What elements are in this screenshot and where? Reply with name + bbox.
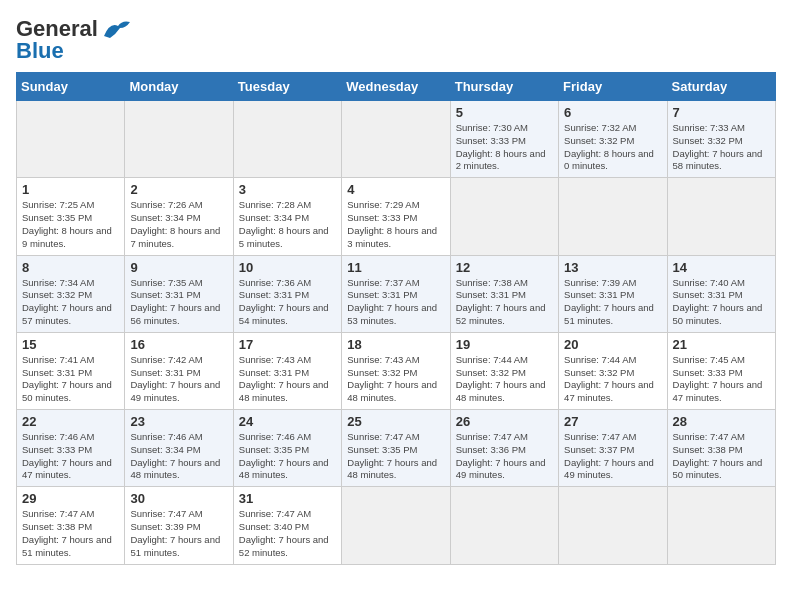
day-info: Sunrise: 7:34 AMSunset: 3:32 PMDaylight:… bbox=[22, 277, 119, 328]
day-number: 10 bbox=[239, 260, 336, 275]
day-info: Sunrise: 7:44 AMSunset: 3:32 PMDaylight:… bbox=[564, 354, 661, 405]
day-number: 17 bbox=[239, 337, 336, 352]
day-cell bbox=[667, 487, 775, 564]
day-number: 7 bbox=[673, 105, 770, 120]
day-cell bbox=[450, 487, 558, 564]
day-number: 8 bbox=[22, 260, 119, 275]
day-number: 27 bbox=[564, 414, 661, 429]
day-number: 20 bbox=[564, 337, 661, 352]
day-number: 5 bbox=[456, 105, 553, 120]
day-cell: 26Sunrise: 7:47 AMSunset: 3:36 PMDayligh… bbox=[450, 410, 558, 487]
day-cell: 17Sunrise: 7:43 AMSunset: 3:31 PMDayligh… bbox=[233, 332, 341, 409]
day-cell: 28Sunrise: 7:47 AMSunset: 3:38 PMDayligh… bbox=[667, 410, 775, 487]
day-number: 18 bbox=[347, 337, 444, 352]
day-cell: 7Sunrise: 7:33 AMSunset: 3:32 PMDaylight… bbox=[667, 101, 775, 178]
day-info: Sunrise: 7:43 AMSunset: 3:31 PMDaylight:… bbox=[239, 354, 336, 405]
day-cell: 15Sunrise: 7:41 AMSunset: 3:31 PMDayligh… bbox=[17, 332, 125, 409]
day-info: Sunrise: 7:47 AMSunset: 3:37 PMDaylight:… bbox=[564, 431, 661, 482]
day-cell: 25Sunrise: 7:47 AMSunset: 3:35 PMDayligh… bbox=[342, 410, 450, 487]
header-cell-saturday: Saturday bbox=[667, 73, 775, 101]
day-cell: 6Sunrise: 7:32 AMSunset: 3:32 PMDaylight… bbox=[559, 101, 667, 178]
day-cell bbox=[342, 487, 450, 564]
day-info: Sunrise: 7:42 AMSunset: 3:31 PMDaylight:… bbox=[130, 354, 227, 405]
day-info: Sunrise: 7:35 AMSunset: 3:31 PMDaylight:… bbox=[130, 277, 227, 328]
calendar-table: SundayMondayTuesdayWednesdayThursdayFrid… bbox=[16, 72, 776, 565]
header-cell-sunday: Sunday bbox=[17, 73, 125, 101]
day-number: 15 bbox=[22, 337, 119, 352]
day-info: Sunrise: 7:25 AMSunset: 3:35 PMDaylight:… bbox=[22, 199, 119, 250]
logo-bird-icon bbox=[102, 18, 132, 40]
day-cell: 27Sunrise: 7:47 AMSunset: 3:37 PMDayligh… bbox=[559, 410, 667, 487]
header-cell-friday: Friday bbox=[559, 73, 667, 101]
day-cell: 16Sunrise: 7:42 AMSunset: 3:31 PMDayligh… bbox=[125, 332, 233, 409]
week-row-4: 22Sunrise: 7:46 AMSunset: 3:33 PMDayligh… bbox=[17, 410, 776, 487]
day-number: 4 bbox=[347, 182, 444, 197]
day-number: 31 bbox=[239, 491, 336, 506]
day-cell: 11Sunrise: 7:37 AMSunset: 3:31 PMDayligh… bbox=[342, 255, 450, 332]
day-info: Sunrise: 7:47 AMSunset: 3:36 PMDaylight:… bbox=[456, 431, 553, 482]
day-cell: 8Sunrise: 7:34 AMSunset: 3:32 PMDaylight… bbox=[17, 255, 125, 332]
day-number: 13 bbox=[564, 260, 661, 275]
day-info: Sunrise: 7:46 AMSunset: 3:34 PMDaylight:… bbox=[130, 431, 227, 482]
header-cell-thursday: Thursday bbox=[450, 73, 558, 101]
week-row-5: 29Sunrise: 7:47 AMSunset: 3:38 PMDayligh… bbox=[17, 487, 776, 564]
day-cell: 24Sunrise: 7:46 AMSunset: 3:35 PMDayligh… bbox=[233, 410, 341, 487]
day-number: 26 bbox=[456, 414, 553, 429]
week-row-0: 5Sunrise: 7:30 AMSunset: 3:33 PMDaylight… bbox=[17, 101, 776, 178]
day-cell bbox=[17, 101, 125, 178]
day-number: 23 bbox=[130, 414, 227, 429]
day-cell: 23Sunrise: 7:46 AMSunset: 3:34 PMDayligh… bbox=[125, 410, 233, 487]
day-cell: 31Sunrise: 7:47 AMSunset: 3:40 PMDayligh… bbox=[233, 487, 341, 564]
day-number: 12 bbox=[456, 260, 553, 275]
week-row-2: 8Sunrise: 7:34 AMSunset: 3:32 PMDaylight… bbox=[17, 255, 776, 332]
day-cell bbox=[125, 101, 233, 178]
day-cell: 20Sunrise: 7:44 AMSunset: 3:32 PMDayligh… bbox=[559, 332, 667, 409]
day-cell bbox=[233, 101, 341, 178]
day-number: 25 bbox=[347, 414, 444, 429]
day-info: Sunrise: 7:38 AMSunset: 3:31 PMDaylight:… bbox=[456, 277, 553, 328]
calendar-header: SundayMondayTuesdayWednesdayThursdayFrid… bbox=[17, 73, 776, 101]
day-info: Sunrise: 7:47 AMSunset: 3:35 PMDaylight:… bbox=[347, 431, 444, 482]
day-cell: 12Sunrise: 7:38 AMSunset: 3:31 PMDayligh… bbox=[450, 255, 558, 332]
day-cell: 29Sunrise: 7:47 AMSunset: 3:38 PMDayligh… bbox=[17, 487, 125, 564]
day-info: Sunrise: 7:37 AMSunset: 3:31 PMDaylight:… bbox=[347, 277, 444, 328]
day-cell: 21Sunrise: 7:45 AMSunset: 3:33 PMDayligh… bbox=[667, 332, 775, 409]
day-info: Sunrise: 7:43 AMSunset: 3:32 PMDaylight:… bbox=[347, 354, 444, 405]
day-info: Sunrise: 7:39 AMSunset: 3:31 PMDaylight:… bbox=[564, 277, 661, 328]
day-cell bbox=[559, 178, 667, 255]
day-info: Sunrise: 7:47 AMSunset: 3:39 PMDaylight:… bbox=[130, 508, 227, 559]
calendar-body: 5Sunrise: 7:30 AMSunset: 3:33 PMDaylight… bbox=[17, 101, 776, 565]
day-info: Sunrise: 7:32 AMSunset: 3:32 PMDaylight:… bbox=[564, 122, 661, 173]
day-number: 6 bbox=[564, 105, 661, 120]
header-cell-tuesday: Tuesday bbox=[233, 73, 341, 101]
day-number: 22 bbox=[22, 414, 119, 429]
week-row-3: 15Sunrise: 7:41 AMSunset: 3:31 PMDayligh… bbox=[17, 332, 776, 409]
day-cell: 9Sunrise: 7:35 AMSunset: 3:31 PMDaylight… bbox=[125, 255, 233, 332]
day-info: Sunrise: 7:45 AMSunset: 3:33 PMDaylight:… bbox=[673, 354, 770, 405]
day-info: Sunrise: 7:26 AMSunset: 3:34 PMDaylight:… bbox=[130, 199, 227, 250]
day-number: 19 bbox=[456, 337, 553, 352]
day-cell bbox=[450, 178, 558, 255]
day-cell: 5Sunrise: 7:30 AMSunset: 3:33 PMDaylight… bbox=[450, 101, 558, 178]
header-cell-wednesday: Wednesday bbox=[342, 73, 450, 101]
day-number: 2 bbox=[130, 182, 227, 197]
day-info: Sunrise: 7:29 AMSunset: 3:33 PMDaylight:… bbox=[347, 199, 444, 250]
day-cell: 19Sunrise: 7:44 AMSunset: 3:32 PMDayligh… bbox=[450, 332, 558, 409]
day-cell: 18Sunrise: 7:43 AMSunset: 3:32 PMDayligh… bbox=[342, 332, 450, 409]
day-cell bbox=[342, 101, 450, 178]
logo: General Blue bbox=[16, 16, 132, 64]
day-number: 28 bbox=[673, 414, 770, 429]
day-info: Sunrise: 7:28 AMSunset: 3:34 PMDaylight:… bbox=[239, 199, 336, 250]
day-number: 1 bbox=[22, 182, 119, 197]
day-cell: 30Sunrise: 7:47 AMSunset: 3:39 PMDayligh… bbox=[125, 487, 233, 564]
day-cell: 3Sunrise: 7:28 AMSunset: 3:34 PMDaylight… bbox=[233, 178, 341, 255]
day-cell: 22Sunrise: 7:46 AMSunset: 3:33 PMDayligh… bbox=[17, 410, 125, 487]
day-info: Sunrise: 7:40 AMSunset: 3:31 PMDaylight:… bbox=[673, 277, 770, 328]
day-cell bbox=[559, 487, 667, 564]
day-info: Sunrise: 7:30 AMSunset: 3:33 PMDaylight:… bbox=[456, 122, 553, 173]
day-info: Sunrise: 7:41 AMSunset: 3:31 PMDaylight:… bbox=[22, 354, 119, 405]
day-info: Sunrise: 7:47 AMSunset: 3:38 PMDaylight:… bbox=[673, 431, 770, 482]
day-cell: 1Sunrise: 7:25 AMSunset: 3:35 PMDaylight… bbox=[17, 178, 125, 255]
day-number: 30 bbox=[130, 491, 227, 506]
day-info: Sunrise: 7:47 AMSunset: 3:40 PMDaylight:… bbox=[239, 508, 336, 559]
